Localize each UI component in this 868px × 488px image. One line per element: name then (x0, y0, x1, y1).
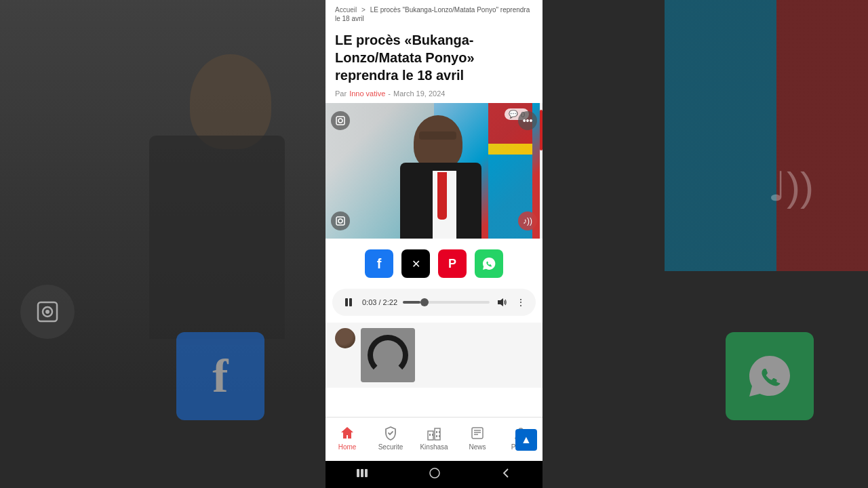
nav-securite[interactable]: Securite (369, 418, 412, 461)
bg-body-left (149, 136, 285, 339)
article-image (326, 103, 542, 239)
meta-separator: - (388, 89, 391, 98)
svg-rect-18 (472, 428, 483, 439)
svg-rect-23 (357, 469, 359, 477)
android-nav-bar (326, 461, 542, 488)
breadcrumb: Accueil > LE procès "Bukanga-Lonzo/Matat… (326, 0, 542, 26)
article-image-container: ••• ♪)) 💬 0 (326, 103, 542, 239)
audio-more-button[interactable]: ⋮ (514, 296, 528, 309)
svg-marker-9 (498, 298, 503, 306)
svg-point-26 (430, 468, 439, 478)
audio-icon-overlay[interactable]: ♪)) (518, 211, 537, 230)
audio-progress-handle[interactable] (420, 298, 429, 306)
screenshot-icon-top[interactable] (331, 111, 350, 130)
svg-point-2 (45, 310, 50, 314)
svg-rect-14 (436, 431, 437, 433)
bg-flag-right (665, 0, 868, 271)
author-name[interactable]: Inno vative (349, 89, 385, 98)
share-pinterest-button[interactable]: P (438, 249, 467, 278)
author-preview-row (326, 323, 542, 388)
android-back-button[interactable] (500, 467, 513, 482)
author-label: Par (335, 89, 347, 98)
scroll-thumb (540, 110, 542, 150)
audio-pause-button[interactable] (340, 294, 357, 310)
svg-rect-12 (429, 434, 431, 436)
bg-whatsapp-icon-right (726, 332, 814, 420)
nav-securite-label: Securite (378, 444, 403, 451)
news-icon (470, 426, 485, 443)
nav-kinshasa-label: Kinshasa (420, 444, 448, 451)
phone-frame: Accueil > LE procès "Bukanga-Lonzo/Matat… (326, 0, 542, 488)
svg-rect-16 (436, 435, 437, 437)
share-facebook-button[interactable]: f (365, 249, 393, 278)
scroll-indicator (540, 103, 542, 239)
svg-rect-15 (439, 431, 440, 433)
more-options-button[interactable]: ••• (518, 111, 537, 130)
person-head (414, 115, 462, 169)
android-home-button[interactable] (429, 467, 441, 482)
article-meta: Par Inno vative - March 19, 2024 (326, 88, 542, 103)
svg-rect-5 (336, 217, 344, 225)
scroll-to-top-button[interactable]: ▲ (515, 429, 537, 451)
svg-rect-3 (336, 117, 344, 125)
svg-rect-13 (432, 434, 433, 436)
nav-home-label: Home (338, 444, 357, 451)
nav-news[interactable]: News (456, 418, 499, 461)
bg-head-left (190, 54, 271, 149)
audio-player: 0:03 / 2:22 ⋮ (332, 289, 536, 316)
audio-progress-fill (403, 301, 420, 304)
svg-rect-8 (349, 298, 352, 306)
person-glasses (419, 131, 456, 140)
breadcrumb-home[interactable]: Accueil (335, 6, 357, 14)
article-thumbnail[interactable] (361, 328, 415, 382)
share-whatsapp-button[interactable] (475, 249, 503, 278)
nav-kinshasa[interactable]: Kinshasa (412, 418, 456, 461)
svg-rect-17 (439, 435, 440, 437)
shield-icon (383, 426, 398, 443)
bg-facebook-icon-left: f (176, 332, 264, 420)
bottom-navigation: Home Securite (326, 417, 542, 461)
person-tie (437, 172, 447, 220)
home-icon (340, 426, 355, 443)
social-share-bar: f ✕ P (326, 239, 542, 289)
svg-rect-24 (361, 469, 363, 477)
nav-news-label: News (469, 444, 486, 451)
audio-time-display: 0:03 / 2:22 (362, 298, 397, 306)
article-title: LE procès «Bukanga-Lonzo/Matata Ponyo» r… (326, 26, 542, 88)
bg-screenshot-icon-left (20, 285, 75, 339)
svg-point-4 (338, 119, 342, 123)
background-right: ♩)) (542, 0, 868, 488)
breadcrumb-separator: > (361, 6, 366, 14)
article-date: March 19, 2024 (393, 89, 445, 98)
nav-home[interactable]: Home (326, 418, 369, 461)
svg-point-6 (338, 219, 342, 223)
svg-rect-11 (435, 428, 440, 440)
share-twitter-button[interactable]: ✕ (401, 249, 430, 278)
audio-volume-button[interactable] (495, 296, 509, 309)
building-icon (427, 426, 441, 443)
svg-rect-7 (345, 298, 348, 306)
android-menu-button[interactable] (355, 468, 369, 481)
screenshot-icon-bottom[interactable] (331, 211, 350, 230)
author-avatar (335, 328, 355, 348)
svg-rect-25 (365, 469, 368, 477)
background-left: f (0, 0, 326, 488)
article-content[interactable]: Accueil > LE procès "Bukanga-Lonzo/Matat… (326, 0, 542, 417)
bg-music-icon: ♩)) (768, 163, 814, 210)
audio-progress-bar[interactable] (403, 301, 490, 304)
